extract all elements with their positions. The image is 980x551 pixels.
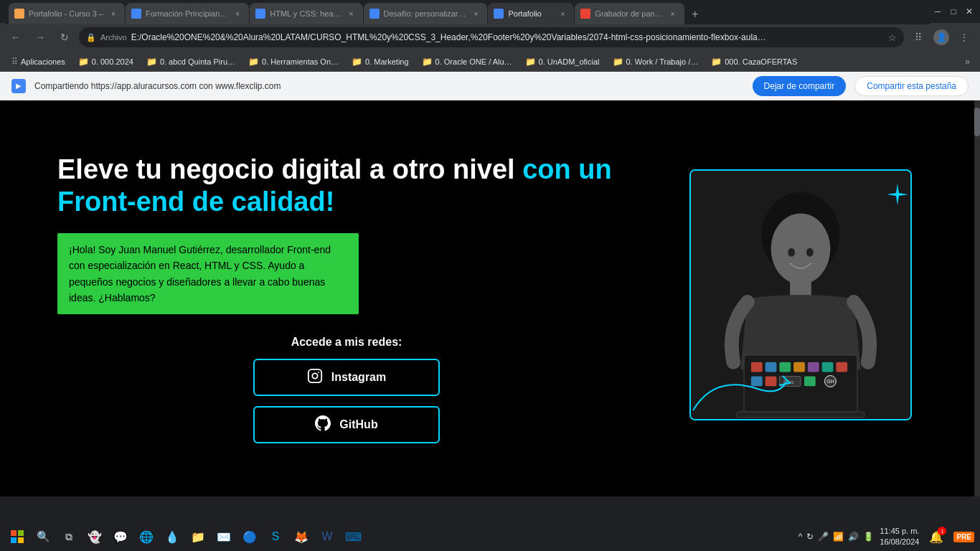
svg-rect-25 [11,530,17,536]
tab-grabador[interactable]: Grabador de pan… × [575,3,684,24]
folder-icon-2: 📁 [146,57,157,67]
edge-button[interactable]: 🌐 [135,525,158,548]
page-scrollbar[interactable] [974,100,980,496]
hero-description: ¡Hola! Soy Juan Manuel Gutiérrez, desarr… [57,233,359,315]
tab-favicon-4 [369,9,380,19]
svg-rect-11 [793,362,805,372]
tab-portafolio-curso[interactable]: Portafolio - Curso 3 – × [9,3,125,24]
stop-sharing-button[interactable]: Dejar de compartir [753,76,847,96]
svg-rect-26 [18,530,24,536]
search-button[interactable]: 🔍 [32,525,55,548]
mail-button[interactable]: ✉️ [212,525,235,548]
bookmark-label-8: 000. CazaOFERTAS [725,57,797,66]
bookmark-work[interactable]: 📁 0. Work / Trabajo /… [607,54,705,70]
social-section: Accede a mis redes: Instagram [57,336,636,443]
minimize-button[interactable]: ─ [933,6,943,17]
system-tray: ^ ↻ 🎤 📶 🔊 🔋 [798,532,875,542]
taskbar-right: ^ ↻ 🎤 📶 🔊 🔋 11:45 p. m. 16/08/2024 🔔 1 P… [798,525,974,548]
tab-close-2[interactable]: × [232,8,243,19]
file-label: Archivo [100,33,127,42]
menu-icon[interactable]: ⋮ [954,27,974,47]
instagram-label: Instagram [331,371,386,384]
svg-rect-28 [18,537,24,543]
bookmark-herramientas[interactable]: 📁 0. Herramientas On… [242,54,344,70]
scrollbar-thumb[interactable] [974,108,980,136]
address-bar[interactable]: 🔒 Archivo E:/Oracle%20ONE%20&%20Alura%20… [79,27,904,47]
maximize-button[interactable]: □ [948,6,958,17]
teams-icon: 💬 [113,530,128,544]
bookmarks-bar: ⠿ Aplicaciones 📁 0. 000.2024 📁 0. abcd Q… [0,52,980,72]
share-tab-button[interactable]: Compartir esta pestaña [854,76,969,96]
bookmark-oracle[interactable]: 📁 0. Oracle ONE / Alu… [416,54,518,70]
browser-toolbar: ← → ↻ 🔒 Archivo E:/Oracle%20ONE%20&%20Al… [0,23,980,52]
chrome-icon: 🔵 [242,530,257,544]
taskbar: 🔍 ⧉ 👻 💬 🌐 💧 📁 ✉️ 🔵 S 🦊 W [0,522,980,551]
folder-icon-1: 📁 [78,57,89,67]
decorative-curve [686,360,793,420]
tab-title-6: Grabador de pan… [595,9,662,18]
hero-desc-text: ¡Hola! Soy Juan Manuel Gutiérrez, desarr… [69,244,331,303]
phantom-button[interactable]: 👻 [83,525,106,548]
bookmark-label-3: 0. Herramientas On… [262,57,339,66]
forward-button[interactable]: → [30,27,50,47]
word-icon: W [321,530,332,543]
sharing-bar: ▶ Compartiendo https://app.aluracursos.c… [0,72,980,100]
folder-icon-3: 📁 [248,57,259,67]
tab-bar: Portafolio - Curso 3 – × Formación Princ… [6,0,930,24]
bookmark-marketing[interactable]: 📁 0. Marketing [346,54,415,70]
star-icon[interactable]: ☆ [888,32,897,43]
dropbox-button[interactable]: 💧 [161,525,184,548]
chevron-up-icon[interactable]: ^ [798,532,803,542]
files-button[interactable]: 📁 [187,525,209,548]
profile-icon[interactable]: 👤 [931,27,951,47]
extensions-icon[interactable]: ⠿ [908,27,928,47]
close-button[interactable]: ✕ [964,6,974,17]
tab-close-6[interactable]: × [667,8,679,19]
tab-desafio[interactable]: Desafío: personalizar… × [364,3,488,24]
svg-rect-12 [808,362,819,372]
tab-close-1[interactable]: × [108,8,119,19]
back-button[interactable]: ← [6,27,26,47]
tab-formacion[interactable]: Formación Principian… × [126,3,249,24]
main-content: Eleve tu negocio digital a otro nivel co… [0,100,980,496]
sharing-info-text: Compartiendo https://app.aluracursos.com… [34,81,744,91]
word-button[interactable]: W [316,525,339,548]
tab-close-4[interactable]: × [470,8,481,19]
bookmark-abcd[interactable]: 📁 0. abcd Quinta Piru… [141,54,241,70]
bookmark-unadm[interactable]: 📁 0. UnADM_oficial [519,54,606,70]
battery-icon: 🔋 [863,532,874,542]
tab-close-3[interactable]: × [346,8,357,19]
tab-close-5[interactable]: × [557,8,568,19]
tab-title-3: HTML y CSS: hea… [270,9,341,18]
github-button[interactable]: GitHub [253,406,440,443]
tab-portafolio-active[interactable]: Portafolio × [488,3,574,24]
firefox-button[interactable]: 🦊 [290,525,313,548]
decorative-star [887,184,908,209]
window-controls: ─ □ ✕ [933,6,974,17]
instagram-button[interactable]: Instagram [253,359,440,396]
skype-icon: S [272,530,280,543]
skype-button[interactable]: S [264,525,287,548]
teams-button[interactable]: 💬 [109,525,132,548]
notification-button[interactable]: 🔔 1 [925,525,948,548]
bookmark-000[interactable]: 📁 0. 000.2024 [72,54,139,70]
date-display: 16/08/2024 [880,537,919,547]
folder-icon-4: 📁 [352,57,362,67]
hero-title-plain: Eleve tu negocio digital a otro nivel [57,154,515,184]
start-button[interactable] [6,525,29,548]
clock[interactable]: 11:45 p. m. 16/08/2024 [880,526,919,548]
chrome-button[interactable]: 🔵 [238,525,261,548]
folder-icon-7: 📁 [613,57,623,67]
time-display: 11:45 p. m. [880,526,919,537]
bookmark-aplicaciones[interactable]: ⠿ Aplicaciones [6,54,71,70]
tab-html-css[interactable]: HTML y CSS: hea… × [250,3,362,24]
refresh-button[interactable]: ↻ [55,27,75,47]
tab-title-5: Portafolio [508,9,552,18]
tab-title-1: Portafolio - Curso 3 – [29,9,103,18]
lock-icon: 🔒 [86,33,96,42]
vscode-button[interactable]: ⌨ [341,525,364,548]
new-tab-button[interactable]: + [685,4,705,24]
more-bookmarks-icon[interactable]: » [961,57,974,67]
bookmark-cazaofertas[interactable]: 📁 000. CazaOFERTAS [705,54,803,70]
task-view-button[interactable]: ⧉ [57,525,80,548]
